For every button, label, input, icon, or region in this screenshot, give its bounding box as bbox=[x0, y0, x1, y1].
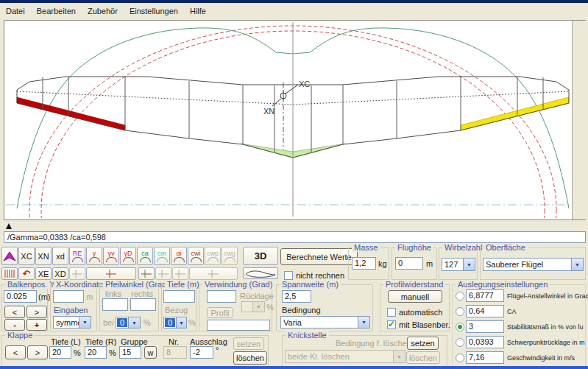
stabilitaetsmass-field[interactable]: 3 bbox=[466, 320, 504, 333]
tiefe-r-field[interactable]: 20 bbox=[85, 346, 107, 359]
manuell-button[interactable]: manuell bbox=[388, 290, 442, 303]
balkenpos-next-button[interactable]: > bbox=[26, 306, 47, 318]
anstellwinkel-field[interactable]: 6,8777 bbox=[466, 289, 504, 302]
ruler-strip[interactable] bbox=[4, 221, 586, 231]
menu-zubehoer[interactable]: Zubehör bbox=[88, 7, 118, 15]
axis-button-disabled-2[interactable] bbox=[155, 267, 171, 280]
xc-button[interactable]: XC bbox=[18, 247, 35, 265]
alpha-i-curve-button[interactable]: αi bbox=[171, 247, 187, 265]
pfeilwinkel-bei-combo[interactable]: 0 ▼ bbox=[116, 317, 141, 328]
automatisch-checkbox[interactable] bbox=[387, 308, 396, 317]
ca-radio[interactable] bbox=[456, 307, 464, 316]
three-d-view-button[interactable]: 3D bbox=[243, 247, 278, 265]
undo-button[interactable]: ↶ bbox=[18, 267, 35, 280]
x-koordinate-field[interactable] bbox=[53, 290, 84, 303]
alpha-i-label: αi bbox=[176, 250, 181, 257]
re-curve-button[interactable]: RE bbox=[69, 247, 85, 265]
airfoil-button[interactable] bbox=[243, 267, 278, 279]
chevron-down-icon[interactable]: ▼ bbox=[358, 317, 369, 328]
gamma-curve-button[interactable]: γ bbox=[86, 247, 102, 265]
tiefe-l-field[interactable]: 20 bbox=[49, 346, 71, 359]
eingaben-combo[interactable]: symmetr ▼ bbox=[53, 316, 91, 328]
beam-view-button[interactable] bbox=[1, 267, 18, 280]
chevron-down-icon[interactable]: ▼ bbox=[176, 317, 186, 328]
axis-button-red[interactable] bbox=[86, 267, 136, 280]
mit-blasenber-checkbox[interactable] bbox=[387, 320, 396, 329]
nicht-rechnen-checkbox[interactable] bbox=[284, 271, 293, 280]
berechnete-werte-button[interactable]: Berechnete Werte bbox=[280, 248, 358, 265]
klappe-next-button[interactable]: > bbox=[27, 345, 48, 359]
tiefe-field[interactable] bbox=[163, 290, 195, 303]
wing-view-button[interactable] bbox=[1, 247, 18, 265]
cm-curve-button[interactable]: cm bbox=[154, 247, 170, 265]
bezug-combo[interactable]: 0 ▼ bbox=[163, 317, 187, 328]
xe-button-label: XE bbox=[38, 270, 49, 278]
xn-button[interactable]: XN bbox=[35, 247, 52, 265]
xn-label: XN bbox=[263, 107, 274, 116]
klappe-loeschen-button[interactable]: löschen bbox=[233, 351, 267, 365]
cwp-curve-button[interactable]: cwp bbox=[205, 247, 221, 265]
knickstelle-combo[interactable]: beide Kl. löschen ▼ bbox=[285, 350, 405, 363]
chevron-down-icon[interactable]: ▼ bbox=[79, 317, 91, 328]
balkenpos-field[interactable]: 0.025 bbox=[4, 290, 37, 303]
spannweite-field[interactable]: 2,5 bbox=[282, 290, 311, 303]
pfeilwinkel-links-field[interactable] bbox=[102, 298, 128, 311]
schwerpunkt-radio[interactable] bbox=[456, 338, 464, 347]
menu-bearbeiten[interactable]: Bearbeiten bbox=[37, 7, 76, 15]
balkenpos-plus-button[interactable]: + bbox=[26, 319, 47, 331]
knickstelle-loeschen-button[interactable]: löschen bbox=[406, 351, 440, 364]
profil-button[interactable]: Profil bbox=[207, 307, 233, 318]
xe-button[interactable]: XE bbox=[35, 267, 52, 280]
geschwindigkeit-radio[interactable] bbox=[456, 354, 464, 362]
menu-hilfe[interactable]: Hilfe bbox=[190, 7, 206, 15]
balkenpos-prev-button[interactable]: < bbox=[4, 306, 25, 318]
xd-button[interactable]: xd bbox=[52, 247, 68, 265]
tiefe-r-percent: % bbox=[109, 348, 116, 357]
w-button[interactable]: w bbox=[144, 346, 157, 359]
klappe-prev-button[interactable]: < bbox=[5, 345, 26, 359]
masse-field[interactable]: 1,2 bbox=[352, 257, 376, 270]
oberflaeche-combo[interactable]: Sauberer Flügel ▼ bbox=[483, 258, 584, 271]
position-marker-icon[interactable] bbox=[6, 223, 12, 229]
xd2-button[interactable]: XD bbox=[52, 267, 68, 280]
right-wing-flap[interactable] bbox=[461, 97, 569, 130]
axis-button-disabled-wide[interactable] bbox=[189, 267, 238, 280]
geschwindigkeit-field[interactable]: 7,16 bbox=[466, 351, 504, 364]
bedingung-combo[interactable]: Varia ▼ bbox=[280, 316, 370, 328]
chevron-down-icon[interactable]: ▼ bbox=[571, 259, 583, 270]
wing-planform-canvas[interactable]: XC XN bbox=[4, 20, 586, 220]
flughoehe-unit: m bbox=[426, 259, 433, 268]
knickstelle-setzen-button[interactable]: setzen bbox=[407, 337, 439, 350]
cwp-label: cwp bbox=[207, 250, 219, 257]
gamma-v-curve-button[interactable]: γv bbox=[103, 247, 119, 265]
gruppe-field[interactable]: 15 bbox=[119, 346, 141, 359]
ca-field[interactable]: 0,64 bbox=[466, 305, 504, 317]
axis-button-disabled-3[interactable] bbox=[172, 267, 188, 280]
flughoehe-field[interactable]: 0 bbox=[395, 257, 423, 270]
anstellwinkel-radio[interactable] bbox=[456, 292, 464, 301]
schwerpunkt-field[interactable]: 0,0393 bbox=[466, 336, 504, 348]
menu-einstellungen[interactable]: Einstellungen bbox=[130, 7, 178, 15]
ruecklage-combo[interactable]: ▼ bbox=[241, 301, 265, 312]
stabilitaetsmass-radio[interactable] bbox=[456, 323, 464, 331]
wirbelzahl-combo[interactable]: 127 ▼ bbox=[442, 258, 475, 271]
menu-datei[interactable]: Datei bbox=[6, 7, 25, 15]
pfeilwinkel-rechts-field[interactable] bbox=[130, 298, 156, 311]
klappe-label: Klappe bbox=[5, 331, 35, 340]
cwi-curve-button[interactable]: cwi bbox=[188, 247, 204, 265]
chevron-down-icon[interactable]: ▼ bbox=[128, 317, 140, 328]
klappe-setzen-button[interactable]: setzen bbox=[233, 337, 264, 350]
axis-button-disabled-1[interactable] bbox=[69, 267, 85, 280]
nr-field[interactable]: 8 bbox=[163, 346, 187, 359]
ausschlag-field[interactable]: -2 bbox=[190, 346, 213, 359]
pfeilwinkel-bei-value: 0 bbox=[117, 318, 127, 327]
gruppe-label: Gruppe bbox=[121, 337, 148, 346]
verwindung-field[interactable] bbox=[207, 290, 236, 303]
balkenpos-minus-button[interactable]: - bbox=[4, 319, 25, 331]
gamma-d-curve-button[interactable]: γD bbox=[120, 247, 136, 265]
axis-button-green[interactable] bbox=[138, 267, 155, 280]
chevron-down-icon[interactable]: ▼ bbox=[463, 259, 475, 270]
profil-field[interactable] bbox=[207, 320, 270, 331]
cwg-curve-button[interactable]: cwg bbox=[222, 247, 238, 265]
ca-curve-button[interactable]: ca bbox=[137, 247, 153, 265]
